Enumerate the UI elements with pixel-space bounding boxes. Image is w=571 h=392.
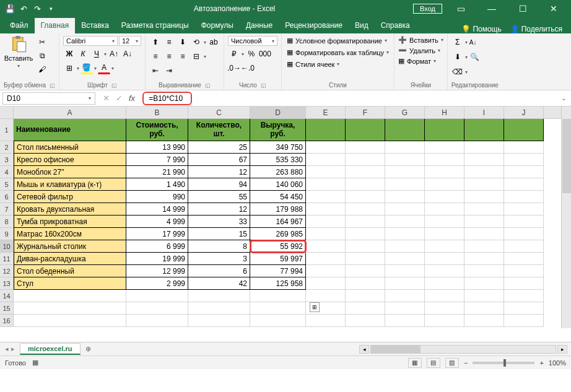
tab-insert[interactable]: Вставка (75, 18, 115, 33)
row-header[interactable]: 10 (0, 240, 14, 253)
align-right-icon[interactable]: ≡ (177, 50, 189, 63)
cell[interactable]: 263 880 (250, 166, 306, 178)
name-box[interactable]: D10▾ (2, 92, 95, 105)
new-sheet-icon[interactable]: ⊕ (81, 345, 96, 353)
cell[interactable]: Стол обеденный (14, 265, 126, 277)
cell[interactable]: 1 490 (126, 178, 188, 191)
cell[interactable]: 14 999 (126, 203, 188, 216)
col-header[interactable]: F (346, 107, 385, 118)
cell-selected[interactable]: 55 992 (250, 240, 306, 253)
header-cell[interactable]: Количество, шт. (188, 119, 250, 141)
font-size-combo[interactable]: 12▾ (119, 36, 141, 46)
underline-button[interactable]: Ч (90, 48, 103, 60)
decrease-indent-icon[interactable]: ⇤ (149, 64, 162, 77)
save-icon[interactable]: 💾 (5, 4, 15, 14)
align-middle-icon[interactable]: ≡ (163, 36, 175, 48)
worksheet-grid[interactable]: A B C D E F G H I J 1 Наименование Стоим… (0, 107, 571, 342)
cell[interactable]: 19 999 (126, 253, 188, 265)
autofill-options-icon[interactable]: ⊞ (310, 302, 320, 312)
cell[interactable]: 269 985 (250, 228, 306, 240)
cell[interactable]: 12 999 (126, 265, 188, 277)
cell[interactable]: 17 999 (126, 228, 188, 240)
tab-help[interactable]: Справка (375, 18, 416, 33)
undo-icon[interactable]: ↶ (19, 4, 28, 14)
cell[interactable]: Матрас 160х200см (14, 228, 126, 240)
col-header[interactable]: B (126, 107, 188, 118)
cell-styles-button[interactable]: ▦Стили ячеек▾ (286, 59, 390, 69)
enter-formula-icon[interactable]: ✓ (116, 94, 123, 103)
qat-customize-icon[interactable]: ▾ (46, 4, 56, 14)
find-icon[interactable]: 🔍 (469, 51, 481, 63)
comma-icon[interactable]: 000 (259, 48, 271, 60)
row-header[interactable]: 11 (0, 253, 14, 265)
increase-decimal-icon[interactable]: .0→ (228, 62, 240, 74)
cell[interactable]: 59 997 (250, 253, 306, 265)
delete-cells-button[interactable]: ➖Удалить▾ (398, 46, 443, 54)
cell[interactable]: 990 (126, 191, 188, 203)
cell[interactable]: 6 999 (126, 240, 188, 253)
tab-data[interactable]: Данные (240, 18, 279, 33)
row-header[interactable]: 6 (0, 191, 14, 203)
formula-input[interactable]: =B10*C10 (142, 92, 192, 105)
row-header[interactable]: 3 (0, 154, 14, 166)
cell[interactable]: Мышь и клавиатура (к-т) (14, 178, 126, 191)
orientation-icon[interactable]: ⟲ (190, 36, 203, 48)
zoom-level[interactable]: 100% (549, 359, 566, 367)
cut-icon[interactable]: ✂ (36, 36, 48, 48)
insert-cells-button[interactable]: ➕Вставить▾ (398, 36, 443, 44)
vertical-scrollbar[interactable] (561, 107, 571, 328)
borders-icon[interactable]: ⊞ (63, 62, 76, 74)
row-header[interactable]: 1 (0, 119, 14, 141)
align-top-icon[interactable]: ⬆ (149, 36, 162, 48)
font-color-icon[interactable]: A (98, 62, 110, 74)
fill-icon[interactable]: ⬇ (451, 51, 464, 63)
cell[interactable]: Журнальный столик (14, 240, 126, 253)
conditional-formatting-button[interactable]: ▦Условное форматирование▾ (286, 36, 390, 45)
cell[interactable]: 21 990 (126, 166, 188, 178)
percent-icon[interactable]: % (245, 48, 258, 60)
col-header[interactable]: E (306, 107, 346, 118)
sheet-tab[interactable]: microexcel.ru (20, 343, 81, 355)
minimize-icon[interactable]: — (479, 0, 504, 17)
row-header[interactable]: 2 (0, 141, 14, 154)
row-header[interactable]: 13 (0, 277, 14, 290)
cell[interactable]: 33 (188, 216, 250, 228)
cell[interactable]: Сетевой фильтр (14, 191, 126, 203)
zoom-slider[interactable] (473, 362, 534, 364)
cell[interactable]: 54 450 (250, 191, 306, 203)
clear-icon[interactable]: ⌫ (451, 66, 464, 78)
sheet-nav-next-icon[interactable]: ▸ (11, 345, 15, 353)
close-icon[interactable]: ✕ (541, 0, 566, 17)
header-cell[interactable]: Стоимость, руб. (126, 119, 188, 141)
align-left-icon[interactable]: ≡ (149, 50, 162, 63)
zoom-in-icon[interactable]: + (539, 359, 543, 367)
col-header[interactable]: J (504, 107, 544, 118)
dialog-launcher-icon[interactable]: ◱ (205, 82, 211, 89)
row-header[interactable]: 12 (0, 265, 14, 277)
format-as-table-button[interactable]: ▦Форматировать как таблицу▾ (286, 48, 390, 57)
paste-button[interactable]: Вставить ▾ (4, 36, 33, 69)
cell[interactable]: Тумба прикроватная (14, 216, 126, 228)
cell[interactable]: 6 (188, 265, 250, 277)
row-header[interactable]: 15 (0, 302, 14, 315)
align-center-icon[interactable]: ≡ (163, 50, 175, 63)
tab-review[interactable]: Рецензирование (279, 18, 349, 33)
cell[interactable]: 25 (188, 141, 250, 154)
col-header[interactable]: H (425, 107, 464, 118)
ribbon-options-icon[interactable]: ▭ (448, 0, 473, 17)
horizontal-scrollbar[interactable] (370, 345, 556, 354)
format-painter-icon[interactable]: 🖌 (36, 63, 48, 76)
tab-layout[interactable]: Разметка страницы (115, 18, 195, 33)
cell[interactable]: Стол письменный (14, 141, 126, 154)
cell[interactable]: 13 990 (126, 141, 188, 154)
increase-indent-icon[interactable]: ⇥ (163, 64, 175, 77)
cell[interactable]: 94 (188, 178, 250, 191)
tab-file[interactable]: Файл (4, 18, 35, 33)
row-header[interactable]: 16 (0, 315, 14, 327)
header-cell[interactable]: Наименование (14, 119, 126, 141)
hscroll-right-icon[interactable]: ▸ (557, 345, 567, 354)
signin-button[interactable]: Вход (413, 4, 442, 14)
row-header[interactable]: 5 (0, 178, 14, 191)
dialog-launcher-icon[interactable]: ◱ (50, 82, 55, 89)
number-format-combo[interactable]: Числовой▾ (228, 36, 277, 46)
